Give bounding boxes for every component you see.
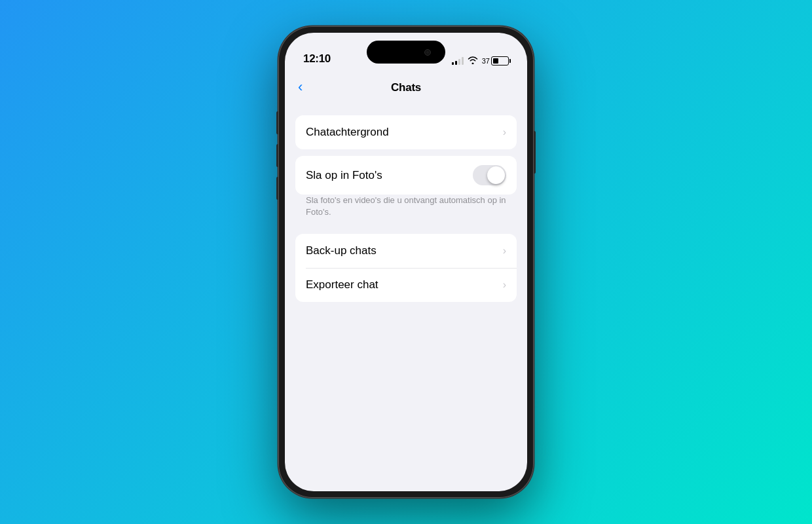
battery-body [491,56,509,66]
chevron-right-icon: › [503,126,506,138]
signal-icon [452,57,464,65]
battery-text: 37 [482,57,490,65]
camera-icon [424,49,431,56]
chatachtergrond-row[interactable]: Chatachtergrond › [295,115,517,149]
signal-bar-2 [455,61,457,65]
exporteer-chat-label: Exporteer chat [306,278,503,291]
phone-screen: 12:10 [285,33,527,491]
sla-op-row: Sla op in Foto's [295,156,517,195]
backup-chats-label: Back-up chats [306,244,503,257]
backup-chats-row[interactable]: Back-up chats › [295,234,517,268]
section-sla-op-inner: Sla op in Foto's [295,156,517,195]
section-backup: Back-up chats › Exporteer chat › [295,234,517,302]
chatachtergrond-label: Chatachtergrond [306,126,503,139]
exporteer-chat-row[interactable]: Exporteer chat › [295,268,517,302]
sla-op-label: Sla op in Foto's [306,169,473,182]
status-time: 12:10 [303,52,331,66]
status-icons: 37 [452,56,509,66]
signal-bar-4 [462,57,464,65]
back-button[interactable]: ‹ [298,81,303,94]
nav-bar: ‹ Chats [285,71,527,105]
signal-bar-1 [452,62,454,65]
page-title: Chats [391,81,421,94]
back-chevron-icon: ‹ [298,80,303,94]
section-sla-op: Sla op in Foto's Sla foto's en video's d… [295,156,517,227]
settings-content: Chatachtergrond › Sla op in Foto's Sla f… [285,105,527,491]
sla-op-toggle[interactable] [473,165,506,185]
toggle-thumb [487,166,505,184]
section-chatachtergrond: Chatachtergrond › [295,115,517,149]
chevron-right-icon-backup: › [503,245,506,257]
battery-fill [493,58,498,64]
chevron-right-icon-exporteer: › [503,279,506,291]
wifi-icon [468,56,478,66]
phone-frame: 12:10 [278,26,534,498]
dynamic-island [367,41,445,64]
battery-icon: 37 [482,56,509,66]
sla-op-description: Sla foto's en video's die u ontvangt aut… [295,195,517,227]
signal-bar-3 [458,59,460,65]
